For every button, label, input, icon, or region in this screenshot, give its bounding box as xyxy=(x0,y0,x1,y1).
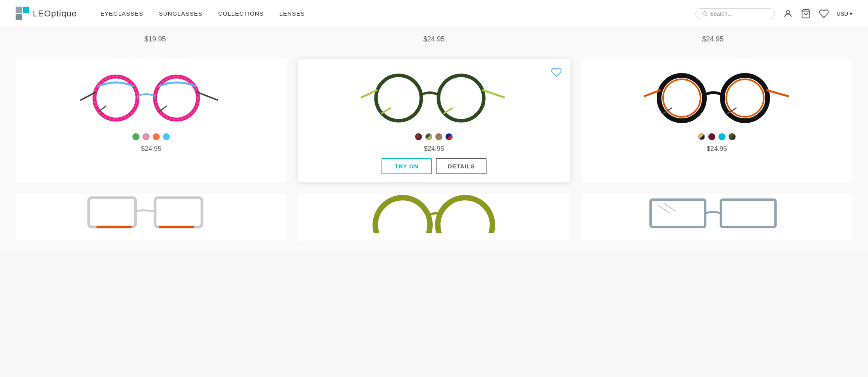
bottom-glasses-svg-1 xyxy=(23,194,279,233)
svg-line-12 xyxy=(197,92,217,100)
product-card-3: $24.95 xyxy=(581,59,852,182)
svg-rect-30 xyxy=(155,198,202,227)
wishlist-icon-2[interactable] xyxy=(551,67,562,78)
price-2: $24.95 xyxy=(306,145,561,153)
nav-eyeglasses[interactable]: EYEGLASSES xyxy=(100,10,143,17)
main-nav: EYEGLASSES SUNGLASSES COLLECTIONS LENSES xyxy=(100,10,695,17)
svg-line-26 xyxy=(767,90,788,96)
price-1: $24.95 xyxy=(23,145,279,153)
swatch-3-0[interactable] xyxy=(698,133,705,140)
header-right: USD ▾ xyxy=(695,8,852,19)
product-card-1: $24.95 xyxy=(16,59,287,182)
logo-text: LEOptique xyxy=(33,9,77,19)
nav-sunglasses[interactable]: SUNGLASSES xyxy=(159,10,203,17)
svg-rect-1 xyxy=(23,7,29,13)
swatch-3-1[interactable] xyxy=(708,133,715,140)
cart-icon[interactable] xyxy=(801,9,811,19)
svg-rect-35 xyxy=(651,200,705,227)
svg-line-19 xyxy=(381,108,391,114)
svg-line-4 xyxy=(706,15,708,16)
swatch-3-2[interactable] xyxy=(718,133,725,140)
top-prices-row: $19.95 $24.95 $24.95 xyxy=(16,27,852,47)
svg-line-18 xyxy=(483,90,504,97)
swatch-1-2[interactable] xyxy=(153,133,160,140)
user-icon[interactable] xyxy=(783,9,793,19)
svg-point-22 xyxy=(663,79,700,117)
bottom-glasses-svg-3 xyxy=(589,194,845,233)
svg-point-21 xyxy=(659,75,704,121)
glasses-svg-3 xyxy=(643,71,791,125)
swatch-1-0[interactable] xyxy=(132,133,139,140)
svg-rect-2 xyxy=(16,14,22,20)
svg-line-20 xyxy=(444,108,453,114)
svg-rect-36 xyxy=(721,200,775,227)
product-grid: $24.95 xyxy=(16,47,852,194)
top-price-3: $24.95 xyxy=(574,35,852,43)
swatch-2-1[interactable] xyxy=(425,133,432,140)
top-price-1: $19.95 xyxy=(16,35,294,43)
logo-icon xyxy=(16,7,30,21)
bottom-row xyxy=(16,194,852,252)
logo[interactable]: LEOptique xyxy=(16,7,77,21)
currency-selector[interactable]: USD ▾ xyxy=(837,11,852,17)
search-box[interactable] xyxy=(695,8,775,19)
glasses-image-2 xyxy=(360,71,508,125)
swatch-3-3[interactable] xyxy=(729,133,736,140)
main-content: $19.95 $24.95 $24.95 xyxy=(0,27,868,252)
details-button-2[interactable]: DETAILS xyxy=(436,158,487,174)
bottom-card-2 xyxy=(298,194,569,241)
color-swatches-1 xyxy=(23,133,279,140)
svg-rect-0 xyxy=(16,7,22,13)
svg-point-23 xyxy=(722,75,768,121)
search-input[interactable] xyxy=(710,11,769,17)
glasses-image-3 xyxy=(643,71,791,125)
action-buttons-2: TRY ON DETAILS xyxy=(306,158,561,174)
top-price-2: $24.95 xyxy=(294,35,573,43)
svg-point-16 xyxy=(438,75,484,121)
svg-point-3 xyxy=(702,11,706,15)
wishlist-header-icon[interactable] xyxy=(819,9,829,19)
color-swatches-3 xyxy=(589,133,845,140)
swatch-2-2[interactable] xyxy=(435,133,442,140)
glasses-svg-1 xyxy=(77,71,225,125)
glasses-image-1 xyxy=(77,71,225,125)
nav-collections[interactable]: COLLECTIONS xyxy=(218,10,264,17)
swatch-1-3[interactable] xyxy=(163,133,170,140)
bottom-card-1 xyxy=(16,194,287,241)
try-on-button-2[interactable]: TRY ON xyxy=(381,158,432,174)
svg-rect-29 xyxy=(89,198,135,227)
svg-point-34 xyxy=(438,198,492,233)
bottom-card-3 xyxy=(581,194,852,241)
header: LEOptique EYEGLASSES SUNGLASSES COLLECTI… xyxy=(0,0,868,27)
search-icon xyxy=(702,11,708,17)
price-3: $24.95 xyxy=(589,145,845,153)
bottom-glasses-svg-2 xyxy=(306,194,561,233)
swatch-2-0[interactable] xyxy=(415,133,422,140)
color-swatches-2 xyxy=(306,133,561,140)
nav-lenses[interactable]: LENSES xyxy=(280,10,305,17)
svg-point-15 xyxy=(376,75,421,121)
svg-point-33 xyxy=(375,198,430,233)
glasses-svg-2 xyxy=(360,71,508,125)
product-card-2: $24.95 TRY ON DETAILS xyxy=(298,59,569,182)
swatch-1-1[interactable] xyxy=(143,133,150,140)
svg-point-5 xyxy=(786,10,790,14)
swatch-2-3[interactable] xyxy=(446,133,453,140)
